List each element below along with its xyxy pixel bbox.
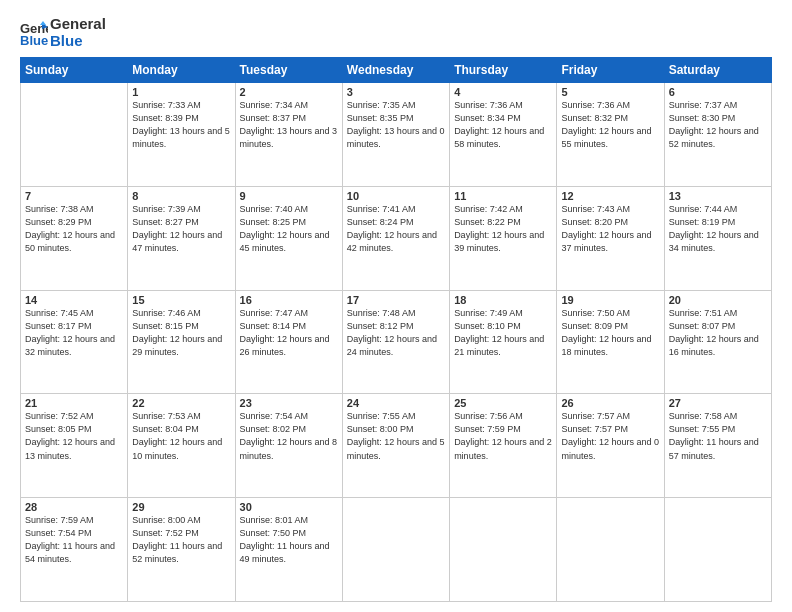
day-number: 30 bbox=[240, 501, 338, 513]
day-info: Sunrise: 7:44 AM Sunset: 8:19 PM Dayligh… bbox=[669, 203, 767, 255]
day-info: Sunrise: 7:53 AM Sunset: 8:04 PM Dayligh… bbox=[132, 410, 230, 462]
day-number: 23 bbox=[240, 397, 338, 409]
week-row-0: 1Sunrise: 7:33 AM Sunset: 8:39 PM Daylig… bbox=[21, 83, 772, 187]
day-cell: 5Sunrise: 7:36 AM Sunset: 8:32 PM Daylig… bbox=[557, 83, 664, 187]
day-cell: 7Sunrise: 7:38 AM Sunset: 8:29 PM Daylig… bbox=[21, 186, 128, 290]
day-number: 28 bbox=[25, 501, 123, 513]
day-cell: 13Sunrise: 7:44 AM Sunset: 8:19 PM Dayli… bbox=[664, 186, 771, 290]
day-cell: 22Sunrise: 7:53 AM Sunset: 8:04 PM Dayli… bbox=[128, 394, 235, 498]
weekday-header-friday: Friday bbox=[557, 58, 664, 83]
day-info: Sunrise: 7:41 AM Sunset: 8:24 PM Dayligh… bbox=[347, 203, 445, 255]
svg-text:Blue: Blue bbox=[20, 33, 48, 47]
day-info: Sunrise: 7:50 AM Sunset: 8:09 PM Dayligh… bbox=[561, 307, 659, 359]
weekday-header-wednesday: Wednesday bbox=[342, 58, 449, 83]
day-number: 19 bbox=[561, 294, 659, 306]
day-number: 13 bbox=[669, 190, 767, 202]
day-cell: 10Sunrise: 7:41 AM Sunset: 8:24 PM Dayli… bbox=[342, 186, 449, 290]
logo-blue: Blue bbox=[50, 33, 106, 50]
day-cell: 1Sunrise: 7:33 AM Sunset: 8:39 PM Daylig… bbox=[128, 83, 235, 187]
day-info: Sunrise: 7:51 AM Sunset: 8:07 PM Dayligh… bbox=[669, 307, 767, 359]
day-info: Sunrise: 7:46 AM Sunset: 8:15 PM Dayligh… bbox=[132, 307, 230, 359]
day-cell bbox=[450, 498, 557, 602]
day-info: Sunrise: 7:33 AM Sunset: 8:39 PM Dayligh… bbox=[132, 99, 230, 151]
weekday-header-thursday: Thursday bbox=[450, 58, 557, 83]
day-number: 1 bbox=[132, 86, 230, 98]
day-info: Sunrise: 8:00 AM Sunset: 7:52 PM Dayligh… bbox=[132, 514, 230, 566]
day-cell: 24Sunrise: 7:55 AM Sunset: 8:00 PM Dayli… bbox=[342, 394, 449, 498]
day-cell: 19Sunrise: 7:50 AM Sunset: 8:09 PM Dayli… bbox=[557, 290, 664, 394]
day-cell: 3Sunrise: 7:35 AM Sunset: 8:35 PM Daylig… bbox=[342, 83, 449, 187]
week-row-2: 14Sunrise: 7:45 AM Sunset: 8:17 PM Dayli… bbox=[21, 290, 772, 394]
day-info: Sunrise: 7:43 AM Sunset: 8:20 PM Dayligh… bbox=[561, 203, 659, 255]
day-cell bbox=[342, 498, 449, 602]
day-cell: 16Sunrise: 7:47 AM Sunset: 8:14 PM Dayli… bbox=[235, 290, 342, 394]
day-info: Sunrise: 7:47 AM Sunset: 8:14 PM Dayligh… bbox=[240, 307, 338, 359]
day-number: 2 bbox=[240, 86, 338, 98]
day-number: 5 bbox=[561, 86, 659, 98]
day-info: Sunrise: 7:38 AM Sunset: 8:29 PM Dayligh… bbox=[25, 203, 123, 255]
day-number: 7 bbox=[25, 190, 123, 202]
day-info: Sunrise: 7:45 AM Sunset: 8:17 PM Dayligh… bbox=[25, 307, 123, 359]
day-number: 15 bbox=[132, 294, 230, 306]
day-cell: 4Sunrise: 7:36 AM Sunset: 8:34 PM Daylig… bbox=[450, 83, 557, 187]
day-number: 26 bbox=[561, 397, 659, 409]
day-info: Sunrise: 7:56 AM Sunset: 7:59 PM Dayligh… bbox=[454, 410, 552, 462]
day-cell: 29Sunrise: 8:00 AM Sunset: 7:52 PM Dayli… bbox=[128, 498, 235, 602]
day-cell: 6Sunrise: 7:37 AM Sunset: 8:30 PM Daylig… bbox=[664, 83, 771, 187]
logo-icon: General Blue bbox=[20, 19, 48, 47]
day-info: Sunrise: 7:36 AM Sunset: 8:34 PM Dayligh… bbox=[454, 99, 552, 151]
day-number: 4 bbox=[454, 86, 552, 98]
day-number: 14 bbox=[25, 294, 123, 306]
day-info: Sunrise: 7:59 AM Sunset: 7:54 PM Dayligh… bbox=[25, 514, 123, 566]
day-number: 24 bbox=[347, 397, 445, 409]
day-info: Sunrise: 7:54 AM Sunset: 8:02 PM Dayligh… bbox=[240, 410, 338, 462]
day-number: 9 bbox=[240, 190, 338, 202]
day-info: Sunrise: 8:01 AM Sunset: 7:50 PM Dayligh… bbox=[240, 514, 338, 566]
day-info: Sunrise: 7:57 AM Sunset: 7:57 PM Dayligh… bbox=[561, 410, 659, 462]
day-number: 17 bbox=[347, 294, 445, 306]
week-row-4: 28Sunrise: 7:59 AM Sunset: 7:54 PM Dayli… bbox=[21, 498, 772, 602]
day-number: 20 bbox=[669, 294, 767, 306]
day-number: 6 bbox=[669, 86, 767, 98]
day-info: Sunrise: 7:39 AM Sunset: 8:27 PM Dayligh… bbox=[132, 203, 230, 255]
day-number: 11 bbox=[454, 190, 552, 202]
day-cell: 9Sunrise: 7:40 AM Sunset: 8:25 PM Daylig… bbox=[235, 186, 342, 290]
day-info: Sunrise: 7:34 AM Sunset: 8:37 PM Dayligh… bbox=[240, 99, 338, 151]
weekday-header-tuesday: Tuesday bbox=[235, 58, 342, 83]
day-number: 21 bbox=[25, 397, 123, 409]
day-info: Sunrise: 7:37 AM Sunset: 8:30 PM Dayligh… bbox=[669, 99, 767, 151]
header: General Blue General Blue bbox=[20, 16, 772, 49]
day-cell: 8Sunrise: 7:39 AM Sunset: 8:27 PM Daylig… bbox=[128, 186, 235, 290]
day-cell: 12Sunrise: 7:43 AM Sunset: 8:20 PM Dayli… bbox=[557, 186, 664, 290]
day-cell: 26Sunrise: 7:57 AM Sunset: 7:57 PM Dayli… bbox=[557, 394, 664, 498]
day-cell: 20Sunrise: 7:51 AM Sunset: 8:07 PM Dayli… bbox=[664, 290, 771, 394]
day-cell bbox=[664, 498, 771, 602]
day-number: 25 bbox=[454, 397, 552, 409]
day-info: Sunrise: 7:49 AM Sunset: 8:10 PM Dayligh… bbox=[454, 307, 552, 359]
day-cell: 28Sunrise: 7:59 AM Sunset: 7:54 PM Dayli… bbox=[21, 498, 128, 602]
day-cell: 25Sunrise: 7:56 AM Sunset: 7:59 PM Dayli… bbox=[450, 394, 557, 498]
calendar-table: SundayMondayTuesdayWednesdayThursdayFrid… bbox=[20, 57, 772, 602]
day-number: 12 bbox=[561, 190, 659, 202]
day-cell: 21Sunrise: 7:52 AM Sunset: 8:05 PM Dayli… bbox=[21, 394, 128, 498]
page: General Blue General Blue SundayMondayTu… bbox=[0, 0, 792, 612]
day-info: Sunrise: 7:48 AM Sunset: 8:12 PM Dayligh… bbox=[347, 307, 445, 359]
day-info: Sunrise: 7:35 AM Sunset: 8:35 PM Dayligh… bbox=[347, 99, 445, 151]
day-cell: 30Sunrise: 8:01 AM Sunset: 7:50 PM Dayli… bbox=[235, 498, 342, 602]
day-number: 8 bbox=[132, 190, 230, 202]
day-cell: 18Sunrise: 7:49 AM Sunset: 8:10 PM Dayli… bbox=[450, 290, 557, 394]
weekday-header-sunday: Sunday bbox=[21, 58, 128, 83]
day-number: 16 bbox=[240, 294, 338, 306]
day-cell: 15Sunrise: 7:46 AM Sunset: 8:15 PM Dayli… bbox=[128, 290, 235, 394]
weekday-header-saturday: Saturday bbox=[664, 58, 771, 83]
day-cell bbox=[21, 83, 128, 187]
day-info: Sunrise: 7:58 AM Sunset: 7:55 PM Dayligh… bbox=[669, 410, 767, 462]
day-cell: 2Sunrise: 7:34 AM Sunset: 8:37 PM Daylig… bbox=[235, 83, 342, 187]
day-info: Sunrise: 7:36 AM Sunset: 8:32 PM Dayligh… bbox=[561, 99, 659, 151]
weekday-header-monday: Monday bbox=[128, 58, 235, 83]
week-row-3: 21Sunrise: 7:52 AM Sunset: 8:05 PM Dayli… bbox=[21, 394, 772, 498]
logo-general: General bbox=[50, 16, 106, 33]
day-cell: 17Sunrise: 7:48 AM Sunset: 8:12 PM Dayli… bbox=[342, 290, 449, 394]
logo: General Blue General Blue bbox=[20, 16, 106, 49]
day-cell: 23Sunrise: 7:54 AM Sunset: 8:02 PM Dayli… bbox=[235, 394, 342, 498]
